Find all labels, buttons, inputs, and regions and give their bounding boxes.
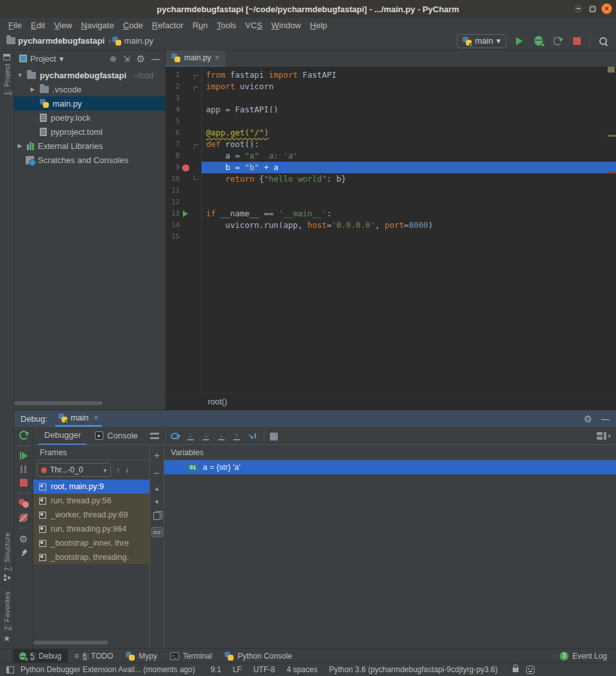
remove-watch-icon[interactable]: −	[154, 467, 160, 478]
maximize-button[interactable]: ▢	[587, 3, 598, 14]
event-log-button[interactable]: 3 Event Log	[560, 652, 616, 661]
menu-code[interactable]: Code	[119, 21, 148, 30]
debug-button[interactable]	[532, 35, 545, 48]
warning-stripe-marker[interactable]	[608, 135, 616, 137]
stripe-structure-button[interactable]: 7: Structure	[3, 532, 11, 580]
caret-position[interactable]: 9:1	[210, 665, 221, 674]
frame-row[interactable]: run, threading.py:864	[33, 522, 150, 536]
feedback-icon[interactable]	[526, 666, 535, 674]
close-tab-icon[interactable]: ×	[215, 53, 219, 62]
breadcrumb-file[interactable]: main.py	[124, 36, 153, 46]
toolbar-python-console-button[interactable]: Python Console	[218, 649, 298, 663]
step-into-button[interactable]: ↓	[184, 431, 197, 440]
menu-file[interactable]: File	[4, 21, 26, 30]
hide-panel-icon[interactable]: —	[151, 54, 160, 64]
next-frame-icon[interactable]: ↓	[125, 465, 129, 474]
editor-tab-main-py[interactable]: main.py ×	[166, 50, 225, 67]
tab-console[interactable]: ▸Console	[89, 427, 144, 445]
frames-horizontal-scrollbar[interactable]	[33, 641, 108, 645]
layout-options-icon[interactable]	[150, 433, 159, 439]
tree-item-external-libraries[interactable]: ▶ External Libraries	[14, 139, 165, 153]
menu-navigate[interactable]: Navigate	[76, 21, 118, 30]
debug-session-tab[interactable]: main ×	[55, 410, 102, 427]
menu-view[interactable]: View	[49, 21, 76, 30]
tree-collapsed-icon[interactable]: ▶	[30, 86, 36, 92]
thread-select[interactable]: Thr...-0_0 ▾	[37, 463, 111, 477]
gear-icon[interactable]: ⚙	[137, 54, 145, 64]
frame-row[interactable]: _worker, thread.py:69	[33, 508, 150, 522]
show-watches-icon[interactable]	[151, 527, 163, 537]
tree-item-vscode[interactable]: ▶ .vscode	[14, 82, 165, 96]
move-up-icon[interactable]: ▲	[154, 485, 160, 492]
close-session-icon[interactable]: ×	[94, 413, 99, 422]
line-separator[interactable]: LF	[233, 665, 242, 674]
menu-window[interactable]: Window	[267, 21, 305, 30]
pause-icon[interactable]	[21, 465, 26, 473]
breadcrumb-project[interactable]: pycharmdebugfastapi	[18, 36, 105, 46]
toolbar-terminal-button[interactable]: ›_ Terminal	[164, 649, 218, 663]
tree-expanded-icon[interactable]: ▼	[17, 72, 23, 78]
rerun-icon[interactable]	[19, 431, 28, 440]
frame-row[interactable]: run, thread.py:56	[33, 494, 150, 508]
indent-setting[interactable]: 4 spaces	[287, 665, 318, 674]
menu-refactor[interactable]: Refactor	[148, 21, 188, 30]
locate-file-icon[interactable]: ⊕	[110, 54, 117, 64]
restore-layout-button[interactable]: ▾	[597, 432, 611, 440]
gear-icon[interactable]: ⚙	[584, 414, 592, 424]
tree-collapsed-icon[interactable]: ▶	[17, 143, 23, 149]
search-everywhere-button[interactable]	[597, 35, 610, 48]
project-panel-title[interactable]: Project	[30, 54, 56, 64]
debug-settings-icon[interactable]: ⚙	[19, 534, 28, 544]
close-button[interactable]: ×	[601, 3, 612, 14]
frame-row[interactable]: _bootstrap, threading.	[33, 550, 150, 564]
inspections-indicator-icon[interactable]	[608, 67, 615, 73]
fold-marker-icon[interactable]	[191, 71, 200, 80]
project-horizontal-scrollbar[interactable]	[14, 401, 103, 405]
menu-edit[interactable]: Edit	[26, 21, 49, 30]
tree-item-main-py[interactable]: main.py	[14, 96, 165, 110]
minimize-button[interactable]: −	[573, 3, 584, 14]
file-encoding[interactable]: UTF-8	[253, 665, 275, 674]
frame-row[interactable]: _bootstrap_inner, thre	[33, 536, 150, 550]
collapse-all-icon[interactable]: ⇲	[123, 54, 130, 64]
hide-panel-icon[interactable]: —	[601, 414, 610, 424]
run-button[interactable]	[513, 35, 526, 48]
stripe-favorites-button[interactable]: 2: Favorites ★	[3, 591, 11, 643]
title-bar[interactable]: pycharmdebugfastapi [~/code/pycharmdebug…	[0, 0, 616, 18]
stripe-project-button[interactable]: 1: Project	[3, 54, 11, 95]
run-configuration-select[interactable]: main ▾	[457, 34, 506, 48]
coverage-button[interactable]	[551, 35, 564, 48]
frame-row[interactable]: root, main.py:9	[33, 480, 150, 494]
resume-program-icon[interactable]	[20, 452, 28, 460]
menu-tools[interactable]: Tools	[212, 21, 241, 30]
move-down-icon[interactable]: ▼	[154, 499, 160, 505]
pin-icon[interactable]	[20, 550, 28, 557]
menu-run[interactable]: Run	[188, 21, 212, 30]
toolwindow-toggle-icon[interactable]	[6, 666, 14, 673]
toolbar-todo-button[interactable]: ≡ 6: TODO	[68, 649, 120, 663]
stop-button[interactable]	[570, 35, 583, 48]
toolbar-debug-button[interactable]: 5: Debug	[13, 649, 68, 663]
tree-item-root[interactable]: ▼ pycharmdebugfastapi ~/cod	[14, 68, 165, 82]
tree-item-poetry-lock[interactable]: poetry.lock	[14, 110, 165, 125]
status-message[interactable]: Python Debugger Extension Avail... (mome…	[21, 665, 195, 674]
variable-row[interactable]: 01 a = {str} 'a'	[164, 460, 616, 474]
breakpoint-stripe-marker[interactable]	[608, 171, 616, 173]
lock-icon[interactable]	[513, 668, 518, 672]
step-over-button[interactable]	[169, 433, 182, 439]
menu-vcs[interactable]: VCS	[241, 21, 267, 30]
tab-debugger[interactable]: Debugger	[38, 427, 87, 445]
toolbar-mypy-button[interactable]: Mypy	[119, 649, 164, 663]
run-to-cursor-button[interactable]: ↘I	[246, 431, 259, 440]
duplicate-watch-icon[interactable]	[153, 512, 160, 520]
run-line-icon[interactable]	[183, 211, 188, 217]
breadcrumb-function[interactable]: root()	[208, 397, 227, 406]
menu-help[interactable]: Help	[305, 21, 332, 30]
code-editor[interactable]: 1 from fastapi import FastAPI 2 import u…	[166, 67, 616, 393]
fold-marker-icon[interactable]	[191, 141, 200, 149]
tree-item-pyproject-toml[interactable]: pyproject.toml	[14, 125, 165, 139]
interpreter-info[interactable]: Python 3.6 (pycharmdebugfastapi-9cdjtyrg…	[329, 665, 498, 674]
evaluate-expression-icon[interactable]: ▦	[270, 431, 278, 440]
tree-item-scratches[interactable]: Scratches and Consoles	[14, 153, 165, 167]
fold-marker-icon[interactable]	[191, 83, 200, 91]
